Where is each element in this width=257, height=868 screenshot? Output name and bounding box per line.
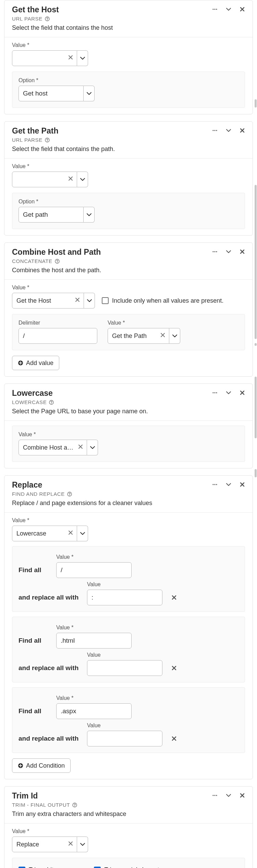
- find-replace-row: Value Find all / Value and replace all w…: [12, 546, 245, 612]
- clear-icon[interactable]: [68, 176, 73, 183]
- help-icon[interactable]: [67, 491, 72, 497]
- close-icon[interactable]: [237, 247, 247, 256]
- card-actions: [210, 388, 247, 398]
- replace-input[interactable]: :: [87, 590, 162, 605]
- remove-row-icon[interactable]: [169, 663, 179, 673]
- scroll-thumb[interactable]: [255, 377, 257, 438]
- clear-icon[interactable]: [68, 55, 73, 62]
- chevron-down-icon[interactable]: [84, 86, 95, 101]
- clear-icon[interactable]: [160, 332, 166, 340]
- value-input[interactable]: Get the Host: [12, 293, 84, 309]
- value-input[interactable]: Combine Host and Path: [19, 440, 87, 455]
- clear-icon[interactable]: [68, 530, 73, 537]
- chevron-down-icon[interactable]: [87, 440, 98, 455]
- more-icon[interactable]: [210, 4, 220, 14]
- more-icon[interactable]: [210, 480, 220, 489]
- delimiter-input[interactable]: /: [19, 328, 97, 344]
- value-label: Value: [12, 517, 245, 524]
- help-icon[interactable]: [45, 16, 50, 22]
- chevron-down-icon[interactable]: [77, 526, 88, 541]
- option-value: Get path: [19, 207, 84, 223]
- more-icon[interactable]: [210, 126, 220, 135]
- option-select[interactable]: Get path: [19, 207, 238, 223]
- clear-icon[interactable]: [68, 841, 73, 848]
- subtitle-text: URL PARSE: [12, 137, 42, 143]
- scroll-thumb[interactable]: [255, 99, 257, 108]
- close-icon[interactable]: [237, 791, 247, 800]
- value-combo: Combine Host and Path: [19, 440, 238, 455]
- trim-whitespace-checkbox[interactable]: [19, 867, 25, 868]
- card-header: Get the Host URL PARSE Select the field …: [4, 0, 253, 37]
- card-subtitle: LOWERCASE: [12, 399, 245, 405]
- replace-all-label: and replace all with: [19, 735, 80, 742]
- chevron-down-icon[interactable]: [77, 50, 88, 66]
- close-icon[interactable]: [237, 4, 247, 14]
- card-trim: Trim Id TRIM - FINAL OUTPUT Trim any ext…: [4, 786, 253, 868]
- collapse-icon[interactable]: [224, 4, 233, 14]
- scrollbar[interactable]: [254, 0, 257, 868]
- more-icon[interactable]: [210, 388, 220, 398]
- scroll-thumb[interactable]: [255, 185, 257, 339]
- value-text: Replace: [16, 841, 39, 848]
- replace-input[interactable]: [87, 660, 162, 676]
- scroll-thumb[interactable]: [255, 469, 257, 477]
- close-icon[interactable]: [237, 388, 247, 398]
- value-input[interactable]: Lowercase: [12, 526, 77, 541]
- collapse-icon[interactable]: [224, 388, 233, 398]
- chevron-down-icon[interactable]: [169, 328, 180, 344]
- find-all-label: Find all: [19, 707, 49, 715]
- find-input[interactable]: .html: [56, 633, 132, 649]
- help-icon[interactable]: [54, 259, 60, 264]
- find-input[interactable]: /: [56, 562, 132, 578]
- more-icon[interactable]: [210, 247, 220, 256]
- collapse-icon[interactable]: [224, 791, 233, 800]
- add-condition-button[interactable]: Add Condition: [12, 758, 71, 773]
- include-only-checkbox[interactable]: [102, 297, 109, 304]
- add-value-button[interactable]: Add value: [12, 356, 59, 370]
- value-text: Combine Host and Path: [23, 444, 74, 451]
- chevron-down-icon[interactable]: [77, 836, 88, 852]
- card-actions: [210, 480, 247, 489]
- clear-icon[interactable]: [78, 444, 83, 451]
- card-body: Value Combine Host and Path: [4, 421, 253, 468]
- chevron-down-icon[interactable]: [84, 293, 95, 309]
- card-desc: Select the field that contains the host: [12, 24, 245, 32]
- value-input[interactable]: Replace: [12, 836, 77, 852]
- close-icon[interactable]: [237, 480, 247, 489]
- option-box: Option Get host: [12, 72, 245, 108]
- close-icon[interactable]: [237, 126, 247, 135]
- trim-special-checkbox[interactable]: [94, 867, 101, 868]
- replace-input[interactable]: [87, 731, 162, 746]
- chevron-down-icon[interactable]: [84, 207, 95, 223]
- scroll-thumb[interactable]: [255, 343, 257, 346]
- help-icon[interactable]: [72, 802, 77, 808]
- value-label: Value: [19, 431, 238, 438]
- remove-row-icon[interactable]: [169, 593, 179, 602]
- help-icon[interactable]: [49, 400, 54, 405]
- include-only-checkbox-row: Include only when all values are present…: [102, 297, 223, 304]
- card-body: Value Option Get host: [4, 37, 253, 114]
- collapse-icon[interactable]: [224, 126, 233, 135]
- collapse-icon[interactable]: [224, 480, 233, 489]
- card-actions: [210, 4, 247, 14]
- trim-whitespace-row: Trim whitespace: [19, 866, 73, 868]
- find-input[interactable]: .aspx: [56, 703, 132, 719]
- value2-input[interactable]: Get the Path: [108, 328, 169, 344]
- value-input[interactable]: [12, 172, 77, 187]
- card-subtitle: FIND AND REPLACE: [12, 491, 245, 497]
- delimiter-box: Delimiter / Value Get the Path: [12, 314, 245, 350]
- card-body: Value Replace Trim whitespace Trim speci…: [4, 823, 253, 868]
- option-select[interactable]: Get host: [19, 86, 238, 101]
- clear-icon[interactable]: [75, 297, 80, 304]
- remove-row-icon[interactable]: [169, 734, 179, 743]
- value2-text: Get the Path: [112, 332, 147, 340]
- collapse-icon[interactable]: [224, 247, 233, 256]
- card-header: Lowercase LOWERCASE Select the Page URL …: [4, 384, 253, 420]
- card-body: Value Lowercase Value Find all / Value: [4, 513, 253, 779]
- subtitle-text: URL PARSE: [12, 16, 42, 22]
- more-icon[interactable]: [210, 791, 220, 800]
- chevron-down-icon[interactable]: [77, 172, 88, 187]
- trim-whitespace-label: Trim whitespace: [29, 866, 73, 868]
- value-input[interactable]: [12, 50, 77, 66]
- help-icon[interactable]: [45, 137, 50, 143]
